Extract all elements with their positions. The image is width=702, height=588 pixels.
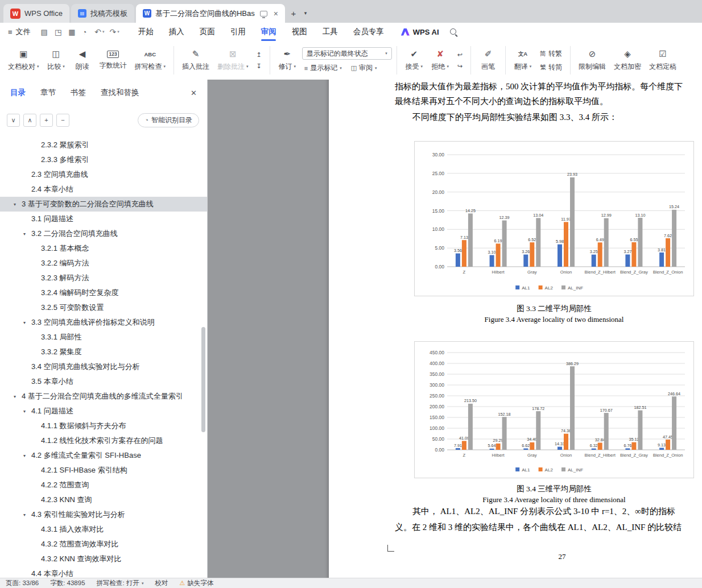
finalize-button[interactable]: ☑文档定稿 [646, 47, 680, 74]
show-markup-state-combo[interactable]: 显示标记的最终状态▾ [302, 47, 392, 60]
toc-item[interactable]: 3.3.1 局部性 [0, 330, 207, 345]
toc-item[interactable]: 4.4 本章小结 [0, 566, 207, 578]
toc-item[interactable]: 3.4 空间填充曲线实验对比与分析 [0, 359, 207, 374]
toc-item[interactable]: ▾3.2 二分混合空间填充曲线 [0, 226, 207, 241]
toc-item[interactable]: 4.1.1 数据倾斜与齐夫分布 [0, 419, 207, 433]
tab-list-button[interactable]: ▾ [300, 6, 311, 20]
word-count-indicator[interactable]: 字数: 43895 [50, 579, 85, 587]
tab-wps-office[interactable]: W WPS Office [3, 4, 69, 23]
proofread-button[interactable]: ▣文档校对▾ [5, 47, 43, 74]
reject-button[interactable]: ✘拒绝▾ [428, 47, 453, 74]
menu-tab-8[interactable]: 会员专享 [353, 23, 384, 41]
to-simplified-button[interactable]: 繁转简 [538, 62, 564, 73]
page-indicator[interactable]: 页面: 33/86 [6, 579, 39, 587]
accept-button[interactable]: ✔接受▾ [402, 47, 427, 74]
proofread-status[interactable]: 校对 [155, 579, 168, 587]
new-tab-button[interactable]: + [287, 6, 300, 20]
toc-item[interactable]: 4.1.2 线性化技术索引方案存在的问题 [0, 433, 207, 448]
redo-caret-icon[interactable]: ▾ [117, 30, 119, 34]
document-viewport[interactable]: 指标的最大值作为最差指标，500 次计算的平均值作为平均指标。每个维度下 最终结… [208, 80, 702, 578]
menu-tab-2[interactable]: 插入 [169, 23, 184, 41]
toc-item[interactable]: 3.2.5 可变阶数设置 [0, 300, 207, 315]
toc-item[interactable]: 4.3.2 KNN 查询效率对比 [0, 552, 207, 566]
chevron-expanded-icon[interactable]: ▾ [22, 453, 31, 458]
tab-template-doc[interactable]: ▤ 找稿壳模板 [71, 4, 134, 23]
toc-item[interactable]: 3.2.3 解码方法 [0, 271, 207, 285]
tab-current-document[interactable]: W 基于二分混合空间曲线的HBas × [136, 4, 285, 23]
toc-item[interactable]: 4.2.2 范围查询 [0, 478, 207, 492]
toc-item[interactable]: 2.3.3 多维索引 [0, 152, 207, 167]
close-sidebar-icon[interactable]: ✕ [191, 89, 197, 97]
collapse-all-button[interactable]: ∨ [7, 114, 20, 127]
redo-icon[interactable]: ↷ [110, 27, 117, 36]
compare-button[interactable]: ◫比较▾ [44, 47, 69, 74]
review-pane-button[interactable]: ◫审阅▾ [349, 63, 379, 73]
toc-item[interactable]: 4.3.2 范围查询效率对比 [0, 537, 207, 552]
chevron-expanded-icon[interactable]: ▾ [22, 320, 31, 325]
search-icon[interactable] [449, 28, 458, 36]
toc-item[interactable]: 3.3.2 聚集度 [0, 345, 207, 359]
to-traditional-button[interactable]: 简转繁 [538, 48, 564, 59]
toc-item[interactable]: 4.2.1 SFI-HBase 索引结构 [0, 463, 207, 478]
export-pdf-icon[interactable]: ◳ [55, 28, 61, 36]
toc-item[interactable]: ▾4.2 多维流式全量索引 SFI-HBase [0, 448, 207, 463]
toc-item[interactable]: 3.2.4 编解码时空复杂度 [0, 285, 207, 300]
chevron-expanded-icon[interactable]: ▾ [22, 409, 31, 414]
toc-item[interactable]: ▾4.3 索引性能实验对比与分析 [0, 507, 207, 522]
insert-comment-button[interactable]: ✎插入批注 [179, 47, 213, 74]
sidebar-scrollbar[interactable] [201, 327, 205, 432]
track-changes-button[interactable]: ✒修订▾ [275, 47, 300, 74]
toc-item[interactable]: 2.3 空间填充曲线 [0, 167, 207, 182]
previous-comment-button[interactable]: ↥ [254, 51, 264, 59]
chevron-expanded-icon[interactable]: ▾ [22, 231, 31, 237]
toc-item[interactable]: 3.1 问题描述 [0, 212, 207, 226]
sidebar-tab-4[interactable]: 查找和替换 [101, 88, 139, 98]
ink-button[interactable]: ✐画笔 [476, 47, 501, 74]
print-preview-icon[interactable]: ◔ [82, 28, 86, 36]
missing-font-warning[interactable]: ⚠缺失字体 [179, 579, 213, 587]
expand-all-button[interactable]: ∧ [23, 114, 36, 127]
next-comment-button[interactable]: ↧ [254, 62, 264, 71]
chevron-expanded-icon[interactable]: ▾ [22, 512, 31, 517]
chevron-expanded-icon[interactable]: ▾ [13, 394, 22, 399]
translate-button[interactable]: 文A翻译▾ [510, 47, 535, 74]
save-icon[interactable]: ▤ [41, 28, 48, 36]
read-aloud-button[interactable]: ◀朗读 [70, 47, 95, 74]
file-menu-button[interactable]: ≡ 文件 [8, 27, 31, 37]
wps-ai-button[interactable]: WPS AI [401, 28, 439, 36]
toc-item[interactable]: ▾4 基于二分混合空间填充曲线的多维流式全量索引 [0, 389, 207, 404]
restrict-editing-button[interactable]: ⊘限制编辑 [575, 47, 609, 74]
print-icon[interactable]: ▦ [68, 28, 75, 36]
toc-item[interactable]: 2.4 本章小结 [0, 182, 207, 197]
undo-caret-icon[interactable]: ▾ [102, 30, 105, 34]
menu-tab-1[interactable]: 开始 [138, 23, 154, 41]
toc-item[interactable]: 3.2.1 基本概念 [0, 241, 207, 256]
show-marks-button[interactable]: ≡显示标记▾ [302, 63, 344, 73]
toc-item[interactable]: 3.5 本章小结 [0, 374, 207, 389]
close-tab-icon[interactable]: × [274, 9, 278, 18]
toc-item[interactable]: ▾4.1 问题描述 [0, 404, 207, 419]
toc-item[interactable]: 4.2.3 KNN 查询 [0, 492, 207, 507]
spell-check-button[interactable]: ABC拼写检查▾ [131, 47, 170, 74]
menu-tab-4[interactable]: 引用 [230, 23, 246, 41]
word-count-button[interactable]: 123字数统计 [96, 48, 130, 73]
delete-comment-button[interactable]: ⊠删除批注▾ [214, 47, 252, 74]
toc-item[interactable]: 3.2.2 编码方法 [0, 256, 207, 271]
menu-tab-5[interactable]: 审阅 [261, 23, 276, 41]
next-change-button[interactable]: ↪ [455, 62, 465, 71]
undo-icon[interactable]: ↶ [94, 27, 101, 36]
toc-item[interactable]: ▾3.3 空间填充曲线评价指标定义和说明 [0, 315, 207, 330]
menu-tab-3[interactable]: 页面 [200, 23, 215, 41]
encrypt-button[interactable]: ◈文档加密 [610, 47, 645, 74]
spell-check-status[interactable]: 拼写检查: 打开▾ [97, 579, 144, 587]
previous-change-button[interactable]: ↩ [455, 51, 465, 59]
sidebar-tab-3[interactable]: 书签 [71, 88, 86, 98]
toc-item[interactable]: ▾3 基于可变阶数的二分混合空间填充曲线 [0, 197, 207, 212]
sidebar-tab-1[interactable]: 目录 [10, 88, 26, 98]
toc-item[interactable]: 4.3.1 插入效率对比 [0, 522, 207, 537]
sidebar-tab-2[interactable]: 章节 [40, 88, 56, 98]
increase-level-button[interactable]: + [40, 114, 53, 127]
toc-item[interactable]: 2.3.2 聚簇索引 [0, 138, 207, 152]
menu-tab-6[interactable]: 视图 [292, 23, 307, 41]
menu-tab-7[interactable]: 工具 [323, 23, 338, 41]
